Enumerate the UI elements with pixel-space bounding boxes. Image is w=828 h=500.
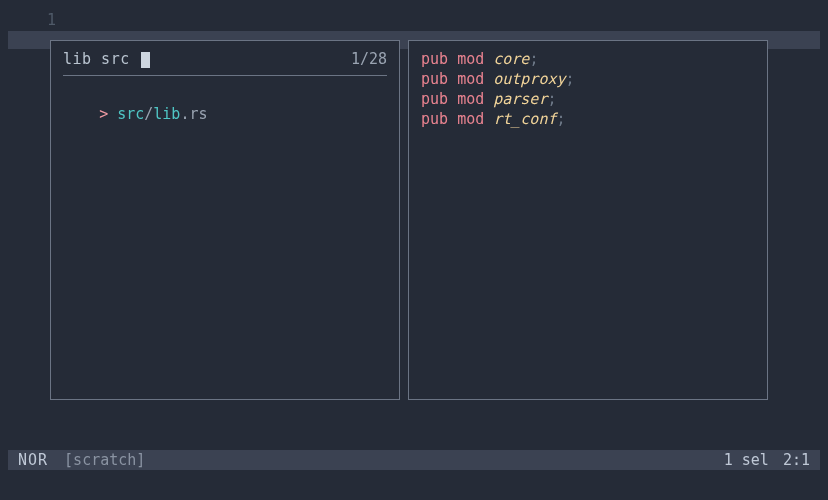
file-picker-header: lib src 1/28 xyxy=(63,49,387,76)
identifier: rt_conf xyxy=(493,110,556,128)
semicolon: ; xyxy=(529,50,538,68)
file-picker-panel[interactable]: lib src 1/28 > src/lib.rs xyxy=(50,40,400,400)
semicolon: ; xyxy=(566,70,575,88)
keyword-mod: mod xyxy=(457,50,484,68)
line-number: 1 xyxy=(0,10,60,30)
picker-query-text: lib src xyxy=(63,50,130,68)
file-picker-count: 1/28 xyxy=(351,49,387,69)
editor-mode: NOR xyxy=(18,450,48,470)
keyword-pub: pub xyxy=(421,50,448,68)
keyword-mod: mod xyxy=(457,110,484,128)
keyword-pub: pub xyxy=(421,110,448,128)
identifier: core xyxy=(493,50,529,68)
preview-line: pub mod core; xyxy=(421,49,755,69)
file-picker-result[interactable]: > src/lib.rs xyxy=(63,84,387,144)
status-bar: NOR [scratch] 1 sel 2:1 xyxy=(8,450,820,470)
cursor-position: 2:1 xyxy=(783,450,810,470)
semicolon: ; xyxy=(556,110,565,128)
prompt-icon: > xyxy=(99,105,108,123)
keyword-pub: pub xyxy=(421,90,448,108)
text-cursor-icon xyxy=(141,52,150,68)
match-segment-src: src xyxy=(117,105,144,123)
file-preview-panel: pub mod core; pub mod outproxy; pub mod … xyxy=(408,40,768,400)
match-slash: / xyxy=(144,105,153,123)
match-segment-lib: lib xyxy=(153,105,180,123)
selection-count: 1 sel xyxy=(724,450,769,470)
identifier: parser xyxy=(493,90,547,108)
preview-line: pub mod outproxy; xyxy=(421,69,755,89)
keyword-pub: pub xyxy=(421,70,448,88)
keyword-mod: mod xyxy=(457,90,484,108)
buffer-name: [scratch] xyxy=(64,450,145,470)
semicolon: ; xyxy=(547,90,556,108)
keyword-mod: mod xyxy=(457,70,484,88)
identifier: outproxy xyxy=(493,70,565,88)
match-extension: .rs xyxy=(180,105,207,123)
preview-line: pub mod rt_conf; xyxy=(421,109,755,129)
preview-line: pub mod parser; xyxy=(421,89,755,109)
file-picker-title: lib src xyxy=(63,49,150,69)
